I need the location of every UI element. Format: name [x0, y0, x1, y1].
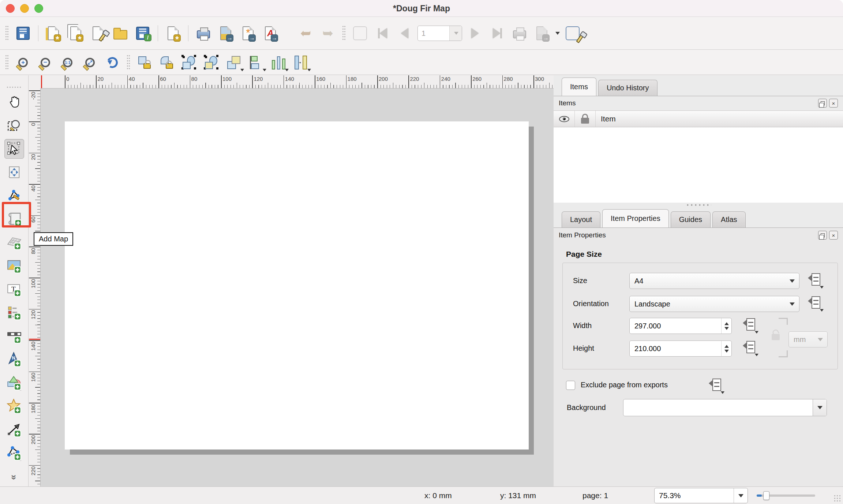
toolbar-drag-handle[interactable]: [6, 86, 22, 88]
orientation-label: Orientation: [573, 300, 609, 308]
visibility-column-header[interactable]: [554, 111, 574, 127]
ungroup-items-button[interactable]: [202, 53, 221, 72]
atlas-page-value: 1: [418, 29, 449, 38]
open-project-button[interactable]: [111, 24, 130, 43]
page-size-select[interactable]: A4: [629, 273, 799, 289]
float-panel-button[interactable]: [818, 99, 827, 108]
orientation-select[interactable]: Landscape: [629, 296, 799, 312]
window-resize-grip[interactable]: [833, 494, 842, 503]
lock-column-header[interactable]: [575, 111, 595, 127]
close-panel-button[interactable]: ×: [829, 99, 838, 108]
zoom-level-dropdown[interactable]: [734, 488, 748, 503]
add-north-arrow-button[interactable]: N: [4, 350, 24, 369]
first-feature-button[interactable]: [373, 24, 392, 43]
tab-atlas[interactable]: Atlas: [712, 211, 745, 227]
resize-items-button[interactable]: [291, 53, 310, 72]
select-move-item-button[interactable]: [4, 139, 24, 159]
layout-canvas[interactable]: [41, 89, 554, 486]
add-arrow-button[interactable]: [4, 420, 24, 440]
toolbar-drag-handle[interactable]: [5, 54, 9, 71]
export-as-svg-button[interactable]: *→: [239, 24, 258, 43]
new-layout-button[interactable]: *: [44, 24, 63, 43]
exclude-page-label: Exclude page from exports: [581, 381, 668, 389]
move-item-content-button[interactable]: [4, 162, 24, 182]
zoom-full-button[interactable]: ⤢: [80, 53, 100, 72]
tab-item-properties[interactable]: Item Properties: [602, 209, 669, 227]
toolbar-drag-handle[interactable]: [342, 25, 346, 41]
next-feature-button[interactable]: [465, 24, 484, 43]
width-spinner[interactable]: [721, 318, 731, 334]
zoom-out-button[interactable]: −: [36, 53, 55, 72]
export-atlas-button[interactable]: →: [532, 24, 551, 43]
items-list[interactable]: [554, 127, 843, 203]
export-atlas-dropdown-icon[interactable]: [555, 32, 560, 35]
exclude-page-checkbox[interactable]: [566, 381, 575, 390]
close-panel-button[interactable]: ×: [829, 231, 838, 240]
atlas-page-dropdown[interactable]: [449, 26, 462, 41]
item-column-header[interactable]: Item: [596, 111, 843, 127]
add-marker-button[interactable]: [4, 396, 24, 416]
width-data-defined-button[interactable]: [743, 318, 755, 334]
add-shape-button[interactable]: [4, 373, 24, 393]
zoom-slider[interactable]: [757, 494, 815, 497]
width-input[interactable]: 297.000: [629, 318, 732, 334]
align-selected-items-button[interactable]: [247, 53, 266, 72]
title-bar[interactable]: *Doug Fir Map: [0, 0, 843, 17]
toolbar-overflow-button[interactable]: »: [4, 467, 24, 486]
pan-layout-button[interactable]: [4, 92, 24, 112]
unlock-all-items-button[interactable]: [157, 53, 176, 72]
print-atlas-button[interactable]: [510, 24, 529, 43]
chevron-down-icon: [817, 406, 823, 409]
raise-selected-items-button[interactable]: [224, 53, 243, 72]
toolbar-drag-handle[interactable]: [5, 25, 9, 41]
print-layout-button[interactable]: [194, 24, 213, 43]
panel-splitter[interactable]: [686, 204, 711, 206]
height-input[interactable]: 210.000: [629, 341, 732, 357]
add-3d-map-button[interactable]: [4, 233, 24, 252]
lock-selected-items-button[interactable]: [135, 53, 154, 72]
add-label-button[interactable]: T: [4, 279, 24, 299]
toolbar-drag-handle[interactable]: [127, 54, 130, 71]
add-scalebar-button[interactable]: [4, 326, 24, 346]
distribute-items-button[interactable]: [269, 53, 288, 72]
layout-manager-icon: [93, 26, 104, 40]
previous-feature-button[interactable]: [395, 24, 414, 43]
zoom-tool-button[interactable]: [4, 116, 24, 135]
units-select[interactable]: mm: [788, 331, 828, 347]
add-picture-button[interactable]: [4, 256, 24, 276]
save-as-template-button[interactable]: /: [133, 24, 152, 43]
atlas-settings-button[interactable]: [563, 24, 582, 43]
export-as-pdf-button[interactable]: A→: [261, 24, 280, 43]
zoom-in-button[interactable]: +: [14, 53, 33, 72]
size-data-defined-button[interactable]: [808, 273, 820, 289]
exclude-data-defined-button[interactable]: [709, 379, 721, 394]
orientation-data-defined-button[interactable]: [808, 296, 820, 312]
float-panel-button[interactable]: [818, 231, 827, 240]
save-project-button[interactable]: [14, 24, 33, 43]
height-spinner[interactable]: [721, 341, 731, 356]
add-items-from-template-button[interactable]: *: [164, 24, 183, 43]
height-data-defined-button[interactable]: [743, 341, 755, 356]
tab-undo-history[interactable]: Undo History: [598, 80, 657, 96]
preview-atlas-button[interactable]: [351, 24, 370, 43]
refresh-view-button[interactable]: [103, 53, 122, 72]
last-feature-button[interactable]: [488, 24, 507, 43]
group-items-button[interactable]: [180, 53, 199, 72]
atlas-page-combo[interactable]: 1: [417, 26, 462, 41]
background-color-dropdown[interactable]: [813, 399, 827, 416]
zoom-level-combo[interactable]: 75.3%: [654, 488, 748, 503]
undo-button[interactable]: ➥: [296, 24, 315, 43]
zoom-slider-thumb[interactable]: [763, 491, 769, 500]
layout-manager-button[interactable]: [89, 24, 108, 43]
background-color-button[interactable]: [623, 399, 827, 416]
add-node-item-button[interactable]: [4, 443, 24, 463]
add-legend-button[interactable]: [4, 303, 24, 323]
layout-page[interactable]: [65, 121, 529, 450]
duplicate-layout-button[interactable]: *: [66, 24, 85, 43]
export-as-image-button[interactable]: →: [216, 24, 235, 43]
tab-guides[interactable]: Guides: [671, 211, 711, 227]
tab-layout[interactable]: Layout: [562, 211, 600, 227]
zoom-actual-size-button[interactable]: 1:1: [58, 53, 77, 72]
redo-button[interactable]: ➥: [318, 24, 337, 43]
tab-items[interactable]: Items: [562, 78, 596, 96]
